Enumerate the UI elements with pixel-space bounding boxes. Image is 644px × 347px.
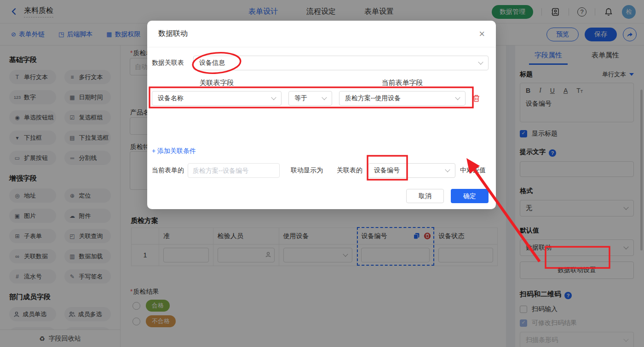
source-field-select[interactable]: 设备编号 [368,163,455,178]
target-field-input [188,163,280,178]
relation-table-label: 数据关联表 [152,59,187,67]
add-condition-link[interactable]: + 添加关联条件 [152,147,489,155]
dialog-header: 数据联动 × [147,21,496,47]
dialog-body: 数据关联表 设备信息 关联表字段 当前表单字段 设备名称 等于 质检方案--使用… [147,47,496,203]
delete-condition-button[interactable] [472,94,480,102]
confirm-button[interactable]: 确定 [451,189,489,203]
close-icon[interactable]: × [479,29,485,39]
data-linkage-dialog: 数据联动 × 数据关联表 设备信息 关联表字段 当前表单字段 设备名称 等于 质… [147,21,496,209]
mapping-row: 当前表单的 联动显示为 关联表的 设备编号 中对应值 [152,163,489,178]
dialog-footer: 取消 确定 [152,189,489,203]
app-window: 来料质检 表单设计 流程设定 表单设置 数据管理 ? [0,0,644,347]
relation-table-select[interactable]: 设备信息 [193,56,489,70]
condition-row: 设备名称 等于 质检方案--使用设备 [152,91,489,106]
form-field-select[interactable]: 质检方案--使用设备 [339,91,466,106]
condition-column-headers: 关联表字段 当前表单字段 [152,79,489,87]
dialog-title: 数据联动 [158,29,188,39]
relation-field-select[interactable]: 设备名称 [152,91,282,106]
trash-icon [472,94,480,102]
operator-select[interactable]: 等于 [288,91,332,106]
cancel-button[interactable]: 取消 [406,189,444,203]
